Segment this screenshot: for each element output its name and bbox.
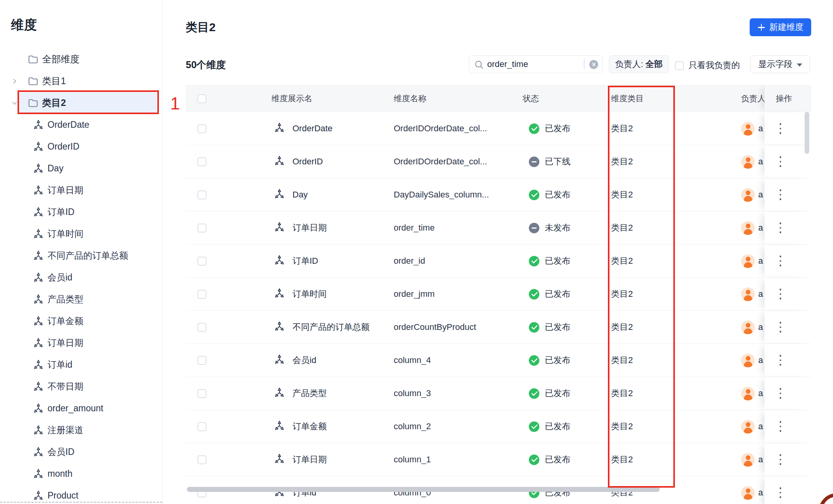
dimension-label: 产品类型 <box>48 293 83 305</box>
new-dimension-button[interactable]: 新建维度 <box>750 18 811 36</box>
dimension-icon <box>274 387 285 400</box>
vertical-scrollbar[interactable] <box>805 112 809 154</box>
sidebar-dimension-item[interactable]: 不带日期 <box>0 375 162 397</box>
clear-search-icon[interactable] <box>589 60 598 69</box>
sidebar-folder-item[interactable]: 类目1 <box>0 70 162 92</box>
row-actions-menu-icon[interactable] <box>776 254 785 268</box>
row-actions-menu-icon[interactable] <box>776 453 785 466</box>
sidebar-dimension-item[interactable]: 订单id <box>0 354 162 375</box>
sidebar-dimension-item[interactable]: 注册渠道 <box>0 419 162 441</box>
cell-owner: a <box>758 256 763 266</box>
dimension-icon <box>33 425 44 436</box>
cell-dimension-name: order_jmm <box>394 289 435 299</box>
sidebar-dimension-item[interactable]: 订单ID <box>0 201 162 223</box>
owner-avatar <box>741 188 755 202</box>
table-row: OrderDate OrderIDOrderDate_col... 已发布 类目… <box>186 112 811 145</box>
dimension-icon <box>33 163 44 174</box>
row-actions-menu-icon[interactable] <box>776 221 785 234</box>
folder-label: 全部维度 <box>42 53 79 65</box>
sidebar-dimension-item[interactable]: order_amount <box>0 397 162 419</box>
sidebar-dimension-item[interactable]: OrderID <box>0 136 162 157</box>
display-fields-button[interactable]: 显示字段 <box>750 55 810 73</box>
dimension-icon <box>274 254 285 268</box>
row-checkbox[interactable] <box>197 455 206 464</box>
folder-label: 类目2 <box>42 97 66 109</box>
cell-owner: a <box>758 355 763 365</box>
sidebar-dimension-item[interactable]: 会员ID <box>0 441 162 463</box>
col-header-status: 状态 <box>523 93 610 104</box>
dimension-icon <box>33 119 44 130</box>
sidebar-dimension-item[interactable]: Day <box>0 157 162 179</box>
search-input[interactable] <box>487 56 581 73</box>
row-actions-menu-icon[interactable] <box>776 155 785 168</box>
row-actions-menu-icon[interactable] <box>776 420 785 433</box>
row-checkbox[interactable] <box>197 124 206 133</box>
dimension-icon <box>33 272 44 283</box>
only-mine-filter: 只看我负责的 <box>675 60 740 71</box>
chevron-icon[interactable] <box>11 78 18 85</box>
chevron-icon[interactable] <box>11 99 18 106</box>
owner-avatar <box>741 387 755 400</box>
cell-category: 类目2 <box>611 354 633 366</box>
dimension-label: 订单日期 <box>48 337 83 349</box>
row-checkbox[interactable] <box>197 190 206 199</box>
sidebar-dimension-item[interactable]: 订单日期 <box>0 179 162 201</box>
owner-filter-button[interactable]: 负责人: 全部 <box>609 55 669 73</box>
sidebar-bottom-dashed-divider <box>0 502 162 503</box>
dimension-label: 会员ID <box>48 446 74 458</box>
sidebar-folder-item[interactable]: 全部维度 <box>0 48 162 70</box>
horizontal-scrollbar[interactable] <box>187 487 660 492</box>
dimension-label: OrderDate <box>48 120 89 130</box>
table-row: 订单日期 order_time 未发布 类目2 a <box>186 211 811 245</box>
row-actions-menu-icon[interactable] <box>776 321 785 334</box>
sidebar-folder-item[interactable]: 类目2 <box>0 92 162 114</box>
folder-icon <box>27 53 39 65</box>
cell-owner: a <box>758 421 763 432</box>
owner-filter-value: 全部 <box>646 58 663 70</box>
row-actions-menu-icon[interactable] <box>776 188 785 201</box>
sidebar-dimension-item[interactable]: Product <box>0 485 162 504</box>
row-actions-menu-icon[interactable] <box>776 354 785 367</box>
table-row: 产品类型 column_3 已发布 类目2 a <box>186 377 811 410</box>
cell-display-name: Day <box>292 190 308 200</box>
only-mine-checkbox[interactable] <box>675 61 684 70</box>
dimension-icon <box>33 185 44 196</box>
folder-label: 类目1 <box>42 75 66 87</box>
sidebar-dimension-item[interactable]: 会员id <box>0 266 162 288</box>
cell-dimension-name: column_3 <box>394 388 431 398</box>
row-actions-menu-icon[interactable] <box>776 122 785 135</box>
cell-status: 已发布 <box>545 189 571 201</box>
status-icon <box>529 421 539 432</box>
status-icon <box>529 322 539 333</box>
dimension-management-page: { "sidebar": { "title": "维度", "folders":… <box>0 0 833 504</box>
sidebar-dimension-item[interactable]: month <box>0 463 162 485</box>
row-checkbox[interactable] <box>197 389 206 398</box>
dimension-icon <box>274 453 285 467</box>
row-checkbox[interactable] <box>197 257 206 266</box>
row-checkbox[interactable] <box>197 356 206 365</box>
row-checkbox[interactable] <box>197 422 206 431</box>
row-checkbox[interactable] <box>197 323 206 332</box>
table-body: OrderDate OrderIDOrderDate_col... 已发布 类目… <box>186 112 811 504</box>
sidebar-dimension-item[interactable]: OrderDate <box>0 114 162 136</box>
sidebar-dimension-item[interactable]: 订单日期 <box>0 332 162 354</box>
sidebar-dimension-item[interactable]: 订单时间 <box>0 223 162 245</box>
row-actions-menu-icon[interactable] <box>776 287 785 301</box>
row-checkbox[interactable] <box>197 224 206 233</box>
row-actions-menu-icon[interactable] <box>776 387 785 400</box>
cell-owner: a <box>758 388 763 398</box>
dimension-icon <box>33 315 44 327</box>
sidebar-dimension-item[interactable]: 产品类型 <box>0 288 162 310</box>
cell-category: 类目2 <box>611 222 633 234</box>
sidebar-dimension-item[interactable]: 订单金额 <box>0 310 162 332</box>
row-actions-menu-icon[interactable] <box>776 486 785 499</box>
dimension-icon <box>33 446 44 458</box>
dimension-icon <box>33 468 44 479</box>
row-checkbox[interactable] <box>197 157 206 166</box>
row-checkbox[interactable] <box>197 290 206 299</box>
cell-category: 类目2 <box>611 255 633 267</box>
cell-category: 类目2 <box>611 321 633 333</box>
table-row: 订单日期 column_1 已发布 类目2 a <box>186 443 811 476</box>
select-all-checkbox[interactable] <box>197 94 206 103</box>
sidebar-dimension-item[interactable]: 不同产品的订单总额 <box>0 245 162 266</box>
